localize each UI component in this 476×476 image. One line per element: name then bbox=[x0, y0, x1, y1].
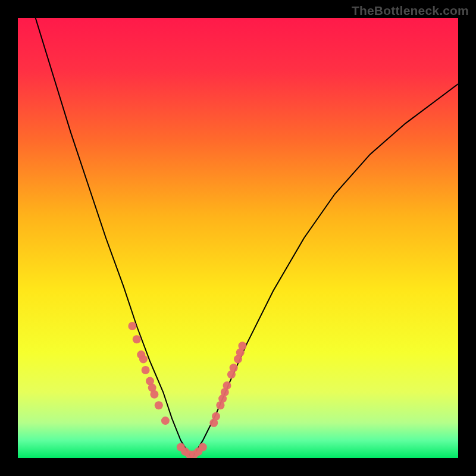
data-markers bbox=[128, 322, 246, 458]
marker-point bbox=[199, 443, 207, 452]
marker-point bbox=[133, 335, 141, 343]
marker-point bbox=[212, 412, 220, 421]
bottleneck-curve bbox=[36, 18, 458, 458]
marker-point bbox=[139, 355, 148, 364]
marker-point bbox=[238, 342, 246, 350]
marker-point bbox=[150, 390, 158, 399]
chart-frame: TheBottleneck.com bbox=[0, 0, 476, 476]
watermark-text: TheBottleneck.com bbox=[352, 4, 469, 18]
marker-point bbox=[161, 416, 170, 425]
marker-point bbox=[128, 322, 136, 330]
plot-area bbox=[18, 18, 458, 458]
marker-point bbox=[223, 381, 231, 390]
marker-point bbox=[155, 401, 163, 409]
marker-point bbox=[142, 366, 150, 374]
marker-point bbox=[230, 364, 238, 372]
curve-layer bbox=[18, 18, 458, 458]
